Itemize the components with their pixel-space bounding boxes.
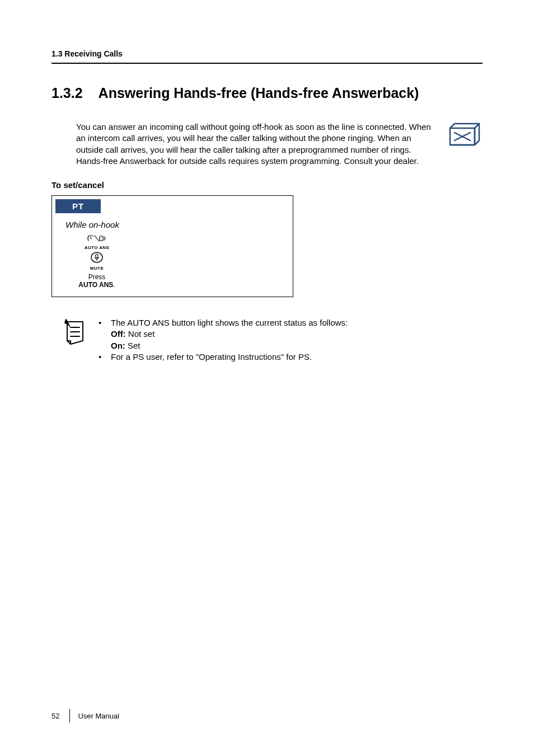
section-title-text: Answering Hands-free (Hands-free Answerb… (99, 85, 419, 101)
section-title: 1.3.2 Answering Hands-free (Hands-free A… (51, 85, 483, 101)
footer: 52 User Manual (51, 709, 119, 722)
page-number: 52 (51, 712, 59, 720)
page: 1.3 Receiving Calls 1.3.2 Answering Hand… (0, 0, 534, 756)
off-label: Off: (111, 329, 126, 339)
note-item-1: The AUTO ANS button light shows the curr… (99, 317, 348, 351)
press-target: AUTO ANS (78, 281, 113, 289)
press-suffix: . (113, 281, 115, 289)
section-number: 1.3.2 (51, 85, 83, 101)
running-header: 1.3 Receiving Calls (51, 49, 483, 58)
off-value: Not set (128, 329, 155, 339)
svg-line-3 (95, 236, 99, 241)
speaker-handset-icon (86, 234, 107, 243)
footer-divider (69, 709, 70, 722)
procedure-state: While on-hook (65, 220, 293, 229)
header-rule (51, 63, 483, 64)
auto-ans-button-illustration: AUTO ANS MUTE Press AUTO ANS. (74, 234, 119, 289)
note-item-2: For a PS user, refer to "Operating Instr… (99, 351, 348, 363)
note-1-off: Off: Not set (111, 328, 348, 340)
intro-text: You can answer an incoming call without … (76, 121, 435, 167)
mute-label: MUTE (74, 266, 119, 271)
notes-row: The AUTO ANS button light shows the curr… (62, 317, 483, 363)
svg-rect-4 (100, 236, 103, 241)
on-label: On: (111, 341, 125, 350)
note-1-on: On: Set (111, 340, 348, 351)
intro-row: You can answer an incoming call without … (76, 121, 483, 167)
procedure-box: PT While on-hook AUTO ANS (51, 195, 293, 297)
procedure-heading: To set/cancel (51, 180, 483, 190)
note-1-lead: The AUTO ANS button light shows the curr… (111, 318, 348, 327)
procedure-body: While on-hook AUTO ANS (52, 213, 293, 297)
press-instruction: Press AUTO ANS. (74, 273, 119, 289)
press-word: Press (88, 273, 106, 281)
auto-ans-label: AUTO ANS (74, 245, 119, 250)
on-value: Set (128, 341, 140, 350)
pt-tab: PT (55, 199, 101, 213)
note-icon (62, 318, 88, 350)
programming-icon (447, 121, 483, 155)
mute-button-icon (91, 251, 103, 264)
notes-list: The AUTO ANS button light shows the curr… (99, 317, 348, 363)
footer-doc-title: User Manual (78, 712, 119, 720)
svg-rect-6 (96, 254, 98, 258)
